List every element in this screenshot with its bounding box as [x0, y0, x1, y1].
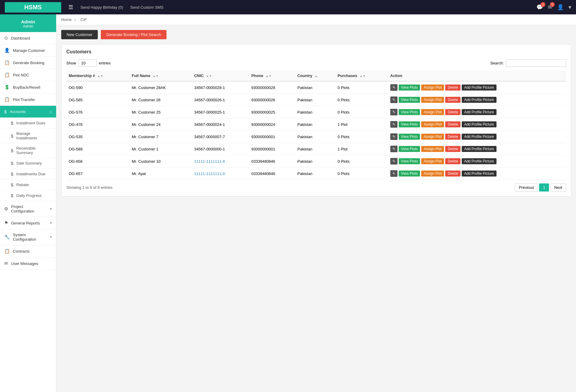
- sidebar-item-system-config[interactable]: 🔧 System Configuration +: [0, 229, 56, 245]
- view-plots-button[interactable]: View Plots: [399, 171, 420, 177]
- view-plots-button[interactable]: View Plots: [399, 109, 420, 115]
- cnic-link[interactable]: 11111-1111111-8: [194, 159, 225, 164]
- view-plots-button[interactable]: View Plots: [399, 158, 420, 164]
- receivable-summary-icon: $: [11, 148, 13, 153]
- assign-plot-button[interactable]: Assign Plot: [421, 146, 444, 152]
- sidebar-item-daily-progress[interactable]: $ Daily Progress: [0, 190, 56, 201]
- cell-country: Pakistan: [295, 81, 335, 94]
- delete-button[interactable]: Delete: [445, 146, 460, 152]
- sidebar-label-manage-customer: Manage Customer: [13, 48, 45, 53]
- view-plots-button[interactable]: View Plots: [399, 121, 420, 127]
- add-profile-button[interactable]: Add Profile Picture: [462, 85, 496, 91]
- edit-button[interactable]: ✎: [390, 84, 398, 91]
- table-row: OG-589 Mr. Customer 1 34567-0000000-1 93…: [66, 143, 566, 155]
- nav-birthday-link[interactable]: Send Happy Birthday (0): [80, 5, 123, 10]
- assign-plot-button[interactable]: Assign Plot: [421, 121, 444, 127]
- delete-button[interactable]: Delete: [445, 109, 460, 115]
- assign-plot-button[interactable]: Assign Plot: [421, 171, 444, 177]
- cell-phone: 93000000025: [249, 106, 295, 118]
- cell-cnic: 34567-0000025-1: [192, 106, 249, 118]
- edit-button[interactable]: ✎: [390, 146, 398, 152]
- edit-button[interactable]: ✎: [390, 97, 398, 103]
- delete-button[interactable]: Delete: [445, 158, 460, 164]
- sidebar-item-general-reports[interactable]: ⚑ General Reports +: [0, 217, 56, 229]
- col-country[interactable]: Country ▲: [295, 70, 335, 81]
- sidebar-item-installments-due2[interactable]: $ Installments Due: [0, 169, 56, 180]
- menu-icon[interactable]: ☰: [68, 4, 73, 10]
- edit-button[interactable]: ✎: [390, 121, 398, 128]
- dropdown-icon-wrap[interactable]: ▾: [568, 4, 571, 10]
- edit-button[interactable]: ✎: [390, 133, 398, 140]
- assign-plot-button[interactable]: Assign Plot: [421, 97, 444, 103]
- add-profile-button[interactable]: Add Profile Picture: [462, 134, 496, 140]
- delete-button[interactable]: Delete: [445, 97, 460, 103]
- pagination-next[interactable]: Next: [550, 183, 566, 192]
- delete-button[interactable]: Delete: [445, 85, 460, 91]
- edit-button[interactable]: ✎: [390, 170, 398, 177]
- col-cnic[interactable]: CNIC ▲▼: [192, 70, 249, 81]
- cell-cnic: 34567-0000026-1: [192, 94, 249, 106]
- user-icon-wrap[interactable]: 👤: [557, 4, 564, 10]
- col-purchases[interactable]: Purchases ▲▼: [335, 70, 388, 81]
- table-row: OG-585 Mr. Customer 26 34567-0000026-1 9…: [66, 94, 566, 106]
- sidebar-item-contracts[interactable]: 📋 Contracts: [0, 245, 56, 257]
- add-profile-button[interactable]: Add Profile Picture: [462, 121, 496, 127]
- assign-plot-button[interactable]: Assign Plot: [421, 134, 444, 140]
- sidebar-item-rebate[interactable]: $ Rebate: [0, 180, 56, 190]
- cell-purchases: 0 Plots: [335, 155, 388, 168]
- view-plots-button[interactable]: View Plots: [399, 85, 420, 91]
- delete-button[interactable]: Delete: [445, 121, 460, 127]
- generate-booking-icon: 📋: [4, 60, 10, 65]
- table-controls: Show entries Search:: [66, 59, 566, 67]
- sidebar-item-plot-transfer[interactable]: 📋 Plot Transfer: [0, 94, 56, 106]
- edit-button[interactable]: ✎: [390, 158, 398, 165]
- mail-icon-wrap[interactable]: ✉ 0: [548, 4, 552, 10]
- assign-plot-button[interactable]: Assign Plot: [421, 109, 444, 115]
- table-row: OG-657 Mr. Ayat 11111-1111111-0 03339480…: [66, 168, 566, 180]
- cnic-value: 34567-0000026-1: [194, 98, 225, 102]
- edit-button[interactable]: ✎: [390, 109, 398, 115]
- delete-button[interactable]: Delete: [445, 171, 460, 177]
- col-membership[interactable]: Membership # ▲▼: [66, 70, 129, 81]
- entries-input[interactable]: [79, 59, 97, 67]
- assign-plot-button[interactable]: Assign Plot: [421, 85, 444, 91]
- sidebar-item-accounts[interactable]: $ Accounts □: [0, 106, 56, 118]
- view-plots-button[interactable]: View Plots: [399, 134, 420, 140]
- sidebar-label-plot-ndc: Plot NDC: [13, 73, 29, 77]
- add-profile-button[interactable]: Add Profile Picture: [462, 146, 496, 152]
- add-profile-button[interactable]: Add Profile Picture: [462, 158, 496, 164]
- sidebar-item-installment-dues[interactable]: $ Installment Dues: [0, 118, 56, 129]
- col-action-label: Action: [390, 73, 402, 78]
- generate-booking-button[interactable]: Generate Booking / Plot Search: [101, 30, 166, 39]
- sidebar-item-manage-installments[interactable]: $ Manage Installments: [0, 129, 56, 143]
- sidebar-item-dashboard[interactable]: ⊙ Dashboard: [0, 32, 56, 44]
- breadcrumb-home[interactable]: Home: [61, 17, 72, 22]
- sidebar-item-plot-ndc[interactable]: 📋 Plot NDC: [0, 69, 56, 81]
- sidebar-item-buyback[interactable]: 💲 BuyBack/Resell: [0, 81, 56, 94]
- nav-sms-link[interactable]: Send Custom SMS: [130, 5, 164, 10]
- add-profile-button[interactable]: Add Profile Picture: [462, 109, 496, 115]
- delete-button[interactable]: Delete: [445, 134, 460, 140]
- add-profile-button[interactable]: Add Profile Picture: [462, 97, 496, 103]
- pagination-previous[interactable]: Previous: [515, 183, 538, 192]
- col-fullname[interactable]: Full Name ▲▼: [129, 70, 192, 81]
- sidebar-item-manage-customer[interactable]: 👤 Manage Customer: [0, 44, 56, 57]
- view-plots-button[interactable]: View Plots: [399, 146, 420, 152]
- assign-plot-button[interactable]: Assign Plot: [421, 158, 444, 164]
- sidebar-item-sale-summary[interactable]: $ Sale Summary: [0, 158, 56, 169]
- chat-icon-wrap[interactable]: 💬 0: [536, 4, 543, 10]
- cnic-link[interactable]: 11111-1111111-0: [194, 171, 225, 176]
- view-plots-button[interactable]: View Plots: [399, 97, 420, 103]
- sidebar-item-project-config[interactable]: ⚙ Project Configuration +: [0, 201, 56, 217]
- pagination-page-1[interactable]: 1: [539, 183, 549, 192]
- cell-purchases: 0 Plots: [335, 131, 388, 143]
- sidebar-item-generate-booking[interactable]: 📋 Generate Booking: [0, 57, 56, 69]
- search-input[interactable]: [506, 59, 566, 67]
- add-profile-button[interactable]: Add Profile Picture: [462, 171, 496, 177]
- col-phone[interactable]: Phone ▲▼: [249, 70, 295, 81]
- col-purchases-sort: ▲▼: [360, 74, 366, 78]
- sidebar-item-user-messages[interactable]: ✉ User Messages: [0, 257, 56, 270]
- new-customer-button[interactable]: New Customer: [61, 30, 98, 39]
- search-label: Search:: [490, 61, 504, 65]
- sidebar-item-receivable-summary[interactable]: $ Receivable Summary: [0, 143, 56, 158]
